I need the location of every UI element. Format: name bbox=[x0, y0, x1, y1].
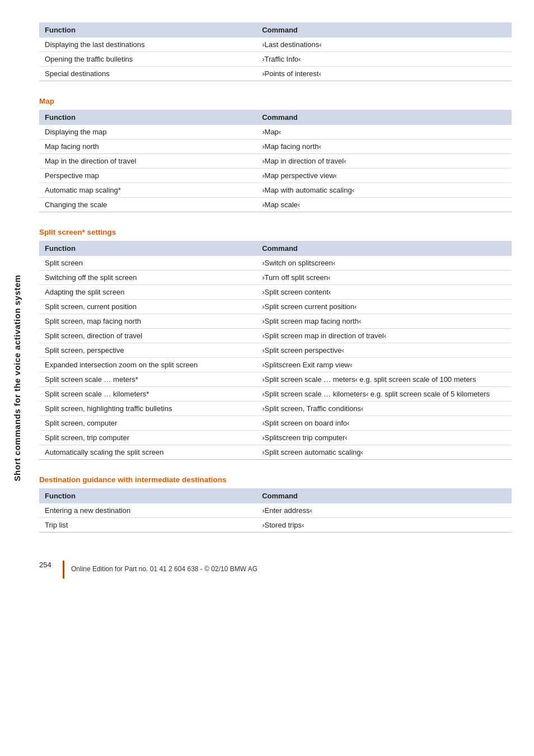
section-0: MapFunctionCommandDisplaying the map›Map… bbox=[39, 97, 512, 212]
command-cell: ›Map facing north‹ bbox=[256, 139, 512, 154]
table-row: Split screen, computer›Split screen on b… bbox=[39, 416, 512, 431]
table-row: Changing the scale›Map scale‹ bbox=[39, 198, 512, 212]
function-cell: Automatically scaling the split screen bbox=[39, 445, 256, 460]
command-cell: ›Split screen perspective‹ bbox=[256, 343, 512, 358]
command-cell: ›Map with automatic scaling‹ bbox=[256, 183, 512, 198]
footer-page-number: 254 bbox=[39, 561, 56, 569]
main-content: Function Command Displaying the last des… bbox=[34, 0, 534, 756]
function-cell: Trip list bbox=[39, 518, 256, 533]
function-cell: Automatic map scaling* bbox=[39, 183, 256, 198]
function-cell: Split screen scale … kilometers* bbox=[39, 387, 256, 402]
command-cell: ›Splitscreen Exit ramp view‹ bbox=[256, 358, 512, 372]
function-cell: Map facing north bbox=[39, 139, 256, 154]
table-row: Entering a new destination›Enter address… bbox=[39, 503, 512, 518]
function-cell: Split screen, current position bbox=[39, 300, 256, 314]
footer-text: Online Edition for Part no. 01 41 2 604 … bbox=[71, 561, 257, 573]
command-cell: ›Map‹ bbox=[256, 125, 512, 139]
section-0-header-0: Function bbox=[39, 110, 256, 125]
footer-bar bbox=[63, 561, 64, 578]
table-row: Split screen scale … kilometers*›Split s… bbox=[39, 387, 512, 402]
function-cell: Special destinations bbox=[39, 67, 256, 81]
command-cell: ›Split screen current position‹ bbox=[256, 300, 512, 314]
top-table: Function Command Displaying the last des… bbox=[39, 22, 512, 81]
section-title-2: Destination guidance with intermediate d… bbox=[39, 475, 512, 484]
table-row: Split screen, map facing north›Split scr… bbox=[39, 314, 512, 329]
command-cell: ›Last destinations‹ bbox=[256, 38, 512, 52]
section-2-header-1: Command bbox=[256, 488, 512, 503]
top-table-header-command: Command bbox=[256, 22, 512, 38]
section-2-header-0: Function bbox=[39, 488, 256, 503]
function-cell: Adapting the split screen bbox=[39, 285, 256, 300]
table-row: Split screen, current position›Split scr… bbox=[39, 300, 512, 314]
command-cell: ›Map perspective view‹ bbox=[256, 169, 512, 183]
table-row: Map facing north›Map facing north‹ bbox=[39, 139, 512, 154]
command-cell: ›Split screen map in direction of travel… bbox=[256, 329, 512, 343]
command-cell: ›Switch on splitscreen‹ bbox=[256, 256, 512, 270]
top-table-section: Function Command Displaying the last des… bbox=[39, 22, 512, 81]
function-cell: Displaying the last destinations bbox=[39, 38, 256, 52]
command-cell: ›Enter address‹ bbox=[256, 503, 512, 518]
table-row: Split screen, direction of travel›Split … bbox=[39, 329, 512, 343]
function-cell: Opening the traffic bulletins bbox=[39, 52, 256, 67]
table-row: Split screen›Switch on splitscreen‹ bbox=[39, 256, 512, 270]
function-cell: Split screen, computer bbox=[39, 416, 256, 431]
function-cell: Switching off the split screen bbox=[39, 270, 256, 285]
function-cell: Split screen, map facing north bbox=[39, 314, 256, 329]
top-table-header-function: Function bbox=[39, 22, 256, 38]
command-cell: ›Map scale‹ bbox=[256, 198, 512, 212]
table-row: Trip list›Stored trips‹ bbox=[39, 518, 512, 533]
command-cell: ›Split screen scale … meters‹ e.g. split… bbox=[256, 372, 512, 387]
function-cell: Split screen, highlighting traffic bulle… bbox=[39, 402, 256, 416]
command-cell: ›Split screen automatic scaling‹ bbox=[256, 445, 512, 460]
table-row: Split screen, highlighting traffic bulle… bbox=[39, 402, 512, 416]
table-row: Displaying the last destinations›Last de… bbox=[39, 38, 512, 52]
table-row: Split screen, trip computer›Splitscreen … bbox=[39, 431, 512, 445]
command-cell: ›Splitscreen trip computer‹ bbox=[256, 431, 512, 445]
command-cell: ›Split screen on board info‹ bbox=[256, 416, 512, 431]
table-row: Switching off the split screen›Turn off … bbox=[39, 270, 512, 285]
command-cell: ›Split screen content‹ bbox=[256, 285, 512, 300]
table-row: Automatic map scaling*›Map with automati… bbox=[39, 183, 512, 198]
command-cell: ›Stored trips‹ bbox=[256, 518, 512, 533]
section-1: Split screen* settingsFunctionCommandSpl… bbox=[39, 228, 512, 460]
sidebar-label: Short commands for the voice activation … bbox=[12, 275, 22, 482]
command-cell: ›Map in direction of travel‹ bbox=[256, 154, 512, 169]
table-row: Displaying the map›Map‹ bbox=[39, 125, 512, 139]
page-container: Short commands for the voice activation … bbox=[0, 0, 534, 756]
command-cell: ›Split screen scale … kilometers‹ e.g. s… bbox=[256, 387, 512, 402]
footer: 254 Online Edition for Part no. 01 41 2 … bbox=[39, 555, 512, 578]
function-cell: Changing the scale bbox=[39, 198, 256, 212]
command-cell: ›Traffic Info‹ bbox=[256, 52, 512, 67]
section-2: Destination guidance with intermediate d… bbox=[39, 475, 512, 533]
command-cell: ›Points of interest‹ bbox=[256, 67, 512, 81]
table-row: Opening the traffic bulletins›Traffic In… bbox=[39, 52, 512, 67]
table-row: Adapting the split screen›Split screen c… bbox=[39, 285, 512, 300]
function-cell: Entering a new destination bbox=[39, 503, 256, 518]
function-cell: Perspective map bbox=[39, 169, 256, 183]
section-title-0: Map bbox=[39, 97, 512, 105]
function-cell: Expanded intersection zoom on the split … bbox=[39, 358, 256, 372]
section-table-0: FunctionCommandDisplaying the map›Map‹Ma… bbox=[39, 110, 512, 212]
function-cell: Displaying the map bbox=[39, 125, 256, 139]
function-cell: Split screen, perspective bbox=[39, 343, 256, 358]
table-row: Special destinations›Points of interest‹ bbox=[39, 67, 512, 81]
function-cell: Map in the direction of travel bbox=[39, 154, 256, 169]
table-row: Automatically scaling the split screen›S… bbox=[39, 445, 512, 460]
table-row: Perspective map›Map perspective view‹ bbox=[39, 169, 512, 183]
command-cell: ›Turn off split screen‹ bbox=[256, 270, 512, 285]
function-cell: Split screen bbox=[39, 256, 256, 270]
section-1-header-0: Function bbox=[39, 241, 256, 256]
function-cell: Split screen, trip computer bbox=[39, 431, 256, 445]
section-1-header-1: Command bbox=[256, 241, 512, 256]
table-row: Map in the direction of travel›Map in di… bbox=[39, 154, 512, 169]
sections-container: MapFunctionCommandDisplaying the map›Map… bbox=[39, 97, 512, 533]
section-title-1: Split screen* settings bbox=[39, 228, 512, 236]
table-row: Expanded intersection zoom on the split … bbox=[39, 358, 512, 372]
function-cell: Split screen, direction of travel bbox=[39, 329, 256, 343]
section-0-header-1: Command bbox=[256, 110, 512, 125]
section-table-2: FunctionCommandEntering a new destinatio… bbox=[39, 488, 512, 533]
sidebar: Short commands for the voice activation … bbox=[0, 0, 34, 756]
command-cell: ›Split screen map facing north‹ bbox=[256, 314, 512, 329]
command-cell: ›Split screen, Traffic conditions‹ bbox=[256, 402, 512, 416]
table-row: Split screen, perspective›Split screen p… bbox=[39, 343, 512, 358]
